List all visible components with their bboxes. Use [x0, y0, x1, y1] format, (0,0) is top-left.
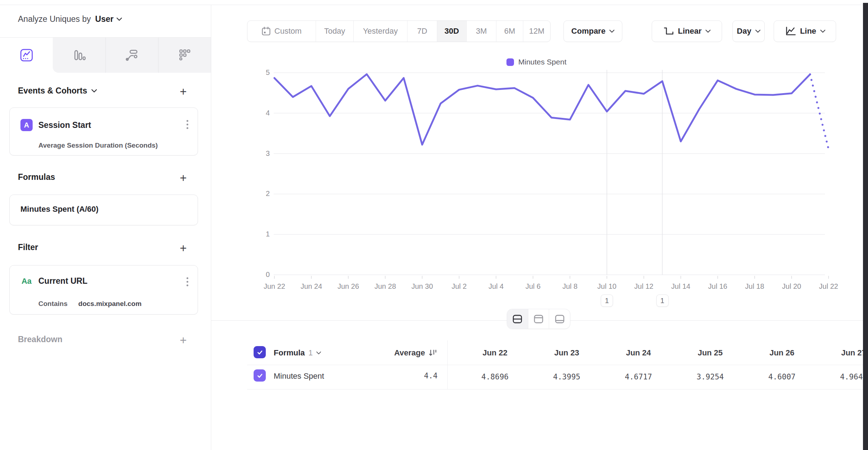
- x-axis-tick: Jul 4: [480, 282, 512, 291]
- chevron-down-icon: [91, 89, 97, 92]
- line-chart-icon: [784, 26, 796, 36]
- mixpanel-insights-app: Analyze Uniques by User: [0, 0, 868, 450]
- average-value: 4.4: [389, 372, 438, 380]
- split-view-icon: [512, 314, 523, 324]
- time-range-7d[interactable]: 7D: [407, 21, 437, 42]
- visualization-tabs: [0, 37, 211, 73]
- event-name[interactable]: Session Start: [38, 120, 91, 130]
- date-column-header[interactable]: Jun 26: [746, 341, 818, 365]
- layout-split-view-button[interactable]: [507, 309, 528, 329]
- y-axis-tick: 4: [248, 109, 270, 117]
- layout-chart-only-button[interactable]: [528, 309, 549, 329]
- average-column-header[interactable]: Average: [389, 348, 438, 358]
- x-axis-tick: Jun 24: [295, 282, 327, 291]
- x-axis-tick: Jun 22: [258, 282, 291, 291]
- window-scrollbar[interactable]: [863, 3, 868, 450]
- x-axis-tick: Jul 18: [739, 282, 771, 291]
- formulas-heading: Formulas: [18, 172, 55, 182]
- tab-insights-line[interactable]: [0, 38, 53, 73]
- x-axis-tick: Jul 8: [554, 282, 586, 291]
- chart-type-button[interactable]: Line: [774, 20, 836, 42]
- filter-property-name[interactable]: Current URL: [38, 276, 88, 286]
- event-kebab-menu[interactable]: [187, 120, 188, 129]
- row-checkbox[interactable]: [254, 369, 266, 382]
- line-chart-tab-icon: [20, 48, 33, 62]
- date-column-value: 4.9640: [818, 365, 868, 389]
- date-column-headers: Jun 22Jun 23Jun 24Jun 25Jun 26Jun 27: [459, 341, 868, 365]
- x-axis-tick: Jul 16: [702, 282, 734, 291]
- granularity-button[interactable]: Day: [732, 20, 765, 42]
- check-icon: [256, 349, 263, 356]
- bottom-panel-icon: [555, 314, 565, 324]
- chevron-down-icon: [820, 30, 825, 33]
- add-breakdown-button[interactable]: +: [177, 334, 189, 346]
- time-range-selector: CustomTodayYesterday7D30D3M6M12M: [247, 20, 551, 42]
- date-column-header[interactable]: Jun 27: [818, 341, 868, 365]
- x-axis-tick: Jul 22: [812, 282, 845, 291]
- time-range-3m[interactable]: 3M: [467, 21, 496, 42]
- date-column-header[interactable]: Jun 23: [531, 341, 603, 365]
- filter-operator[interactable]: Contains: [38, 300, 67, 308]
- tab-flows[interactable]: [105, 38, 158, 73]
- x-axis-tick: Jul 14: [665, 282, 697, 291]
- time-range-custom[interactable]: Custom: [247, 21, 316, 42]
- time-range-6m[interactable]: 6M: [496, 21, 523, 42]
- date-column-header[interactable]: Jun 25: [674, 341, 746, 365]
- time-range-30d[interactable]: 30D: [437, 21, 467, 42]
- y-axis-tick: 2: [248, 190, 270, 198]
- x-axis-tick: Jul 12: [628, 282, 660, 291]
- events-cohorts-heading[interactable]: Events & Cohorts: [18, 86, 97, 96]
- bar-chart-tab-icon: [72, 48, 86, 62]
- filter-kebab-menu[interactable]: [187, 277, 188, 286]
- date-column-value: 4.8696: [459, 365, 531, 389]
- retention-grid-tab-icon: [178, 48, 192, 62]
- x-axis-tick: Jun 26: [332, 282, 364, 291]
- add-filter-button[interactable]: +: [177, 242, 189, 254]
- y-axis-tick: 3: [248, 149, 270, 158]
- formula-card[interactable]: Minutes Spent (A/60): [9, 195, 198, 225]
- add-formula-button[interactable]: +: [177, 172, 189, 184]
- formula-name[interactable]: Minutes Spent (A/60): [20, 205, 99, 214]
- sidebar-divider: [211, 5, 211, 450]
- analyze-uniques-control[interactable]: Analyze Uniques by User: [18, 14, 122, 24]
- time-range-12m[interactable]: 12M: [523, 21, 550, 42]
- event-letter-badge: A: [20, 119, 33, 131]
- analyze-uniques-value[interactable]: User: [95, 14, 122, 24]
- series-row-label[interactable]: Minutes Spent: [274, 372, 324, 381]
- string-type-icon: Aa: [20, 277, 33, 286]
- y-axis-tick: 5: [248, 68, 270, 77]
- top-panel-icon: [533, 314, 544, 324]
- date-column-header[interactable]: Jun 22: [459, 341, 531, 365]
- compare-button[interactable]: Compare: [563, 20, 622, 42]
- tab-retention[interactable]: [158, 38, 211, 73]
- chevron-down-icon: [755, 30, 760, 33]
- breakdown-heading: Breakdown: [18, 335, 62, 344]
- y-axis-tick: 0: [248, 271, 270, 279]
- annotation-badge-jul-13[interactable]: 1: [656, 295, 669, 307]
- date-column-values: 4.86964.39954.67173.92544.60074.9640: [459, 365, 868, 389]
- chevron-down-icon: [706, 30, 711, 33]
- select-all-checkbox[interactable]: [254, 346, 266, 358]
- formula-group-header[interactable]: Formula 1: [274, 348, 321, 358]
- time-range-today[interactable]: Today: [316, 21, 354, 42]
- flows-tab-icon: [125, 48, 139, 62]
- date-column-header[interactable]: Jun 24: [603, 341, 674, 365]
- event-card[interactable]: A Session Start Average Session Duration…: [9, 107, 198, 155]
- filter-card[interactable]: Aa Current URL Contains docs.mixpanel.co…: [9, 265, 198, 315]
- x-axis-tick: Jul 2: [443, 282, 475, 291]
- x-axis-tick: Jun 28: [369, 282, 401, 291]
- event-aggregation[interactable]: Average Session Duration (Seconds): [38, 142, 158, 149]
- add-event-button[interactable]: +: [177, 86, 189, 98]
- annotation-badge-jul-10[interactable]: 1: [601, 295, 613, 307]
- calendar-icon: [261, 27, 271, 36]
- analyze-uniques-label: Analyze Uniques by: [18, 14, 91, 24]
- filter-value[interactable]: docs.mixpanel.com: [78, 300, 141, 308]
- axis-scale-button[interactable]: Linear: [652, 20, 722, 42]
- chart-legend[interactable]: Minutes Spent: [506, 58, 566, 66]
- legend-series-label: Minutes Spent: [518, 58, 566, 66]
- chevron-down-icon: [117, 18, 122, 21]
- time-range-yesterday[interactable]: Yesterday: [354, 21, 407, 42]
- check-icon: [256, 372, 263, 379]
- tab-bar-chart[interactable]: [53, 38, 105, 73]
- layout-table-only-button[interactable]: [549, 309, 570, 329]
